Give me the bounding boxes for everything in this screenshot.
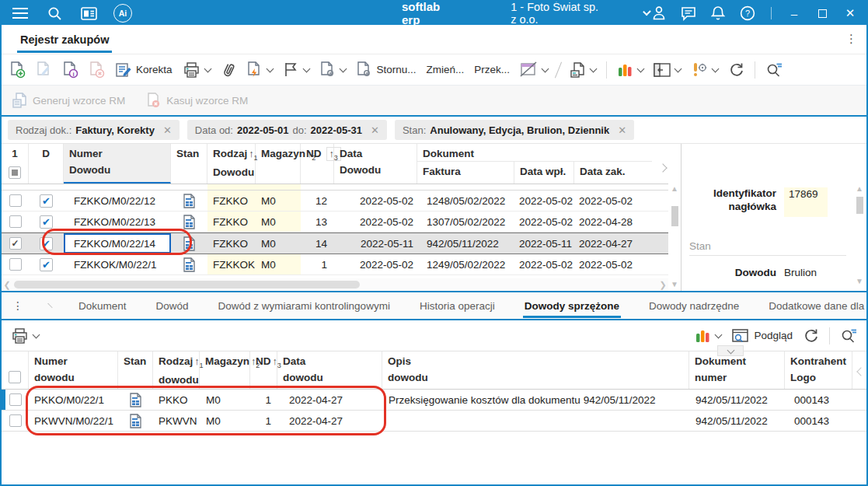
search-icon[interactable] (45, 4, 64, 23)
refresh-button[interactable] (803, 327, 819, 344)
vertical-scrollbar[interactable]: ▲ ▼ (668, 184, 681, 291)
scrollbar-thumb[interactable] (671, 206, 678, 226)
header-d-column[interactable]: D (29, 144, 64, 184)
document-actions-button[interactable] (246, 61, 273, 79)
header-dokument[interactable]: Dokument (417, 144, 652, 162)
scroll-down-icon[interactable]: ▼ (856, 277, 863, 288)
news-icon[interactable] (79, 4, 98, 23)
scroll-up-icon[interactable]: ▲ (856, 184, 863, 195)
attachments-button[interactable] (221, 61, 236, 79)
maximize-button[interactable] (814, 7, 831, 20)
delete-document-button[interactable] (89, 61, 105, 79)
edit-document-button[interactable] (36, 61, 52, 79)
tab-overflow-menu-icon[interactable]: ⋮ (845, 32, 857, 46)
header-data[interactable]: Datadowodu (277, 351, 382, 389)
side-panel-button[interactable] (654, 62, 681, 78)
header-data-wpl[interactable]: Data wpł. (514, 162, 574, 184)
settings-alerts-button[interactable] (691, 61, 718, 78)
row-checkbox[interactable] (9, 393, 22, 406)
print-button[interactable] (183, 61, 211, 79)
scroll-down-icon[interactable]: ▼ (671, 280, 678, 291)
scrollbar-thumb[interactable] (856, 197, 863, 214)
table-row[interactable]: FZKKO/M0/22/13 FZKKO M0 13 2022-05-02 13… (2, 212, 668, 233)
user-icon[interactable] (650, 4, 668, 23)
row-checkbox[interactable] (9, 215, 22, 228)
panel-vertical-scrollbar[interactable]: ▲ ▼ (854, 184, 865, 288)
ai-assistant-icon[interactable]: Ai (113, 4, 132, 23)
search-filter-button[interactable] (765, 61, 783, 78)
close-button[interactable]: ✕ (842, 6, 859, 20)
tab-dowody-sprzezone[interactable]: Dowody sprzężone (523, 294, 621, 318)
header-magazyn[interactable]: Magazyn2 (256, 144, 301, 184)
tab-rejestr-zakupow[interactable]: Rejestr zakupów (17, 26, 112, 53)
generuj-wzorce-button[interactable]: Generuj wzorce RM (11, 92, 125, 109)
collapse-panel-button[interactable] (717, 345, 744, 356)
row-checkbox[interactable] (9, 414, 22, 427)
table-row[interactable]: FZ/WW01/22/2 FZ WW01 2 2022-05-01 142/20… (2, 184, 668, 191)
przek-button[interactable]: Przek... (474, 64, 510, 75)
document-info-button[interactable]: i (62, 61, 78, 79)
table-row[interactable]: PKWVN/M0/22/1 PKWVN M0 1 2022-04-27 942/… (2, 411, 866, 432)
scrollbar-thumb[interactable] (14, 281, 360, 288)
korekta-button[interactable]: Korekta (115, 61, 173, 79)
table-row[interactable]: FZKKO/M0/22/12 FZKKO M0 12 2022-05-02 12… (2, 191, 668, 212)
chart-view-button[interactable] (695, 327, 721, 344)
header-nd[interactable]: ND3 (301, 144, 334, 184)
select-all-checkbox[interactable] (9, 371, 21, 383)
header-rodzaj[interactable]: Rodzaj1 Dowodu (207, 144, 256, 184)
podglad-button[interactable]: Podgląd (731, 328, 793, 344)
tab-dowod[interactable]: Dowód (155, 294, 190, 318)
send-disabled-button[interactable] (520, 61, 548, 78)
help-icon[interactable]: ? (738, 4, 757, 23)
header-stan[interactable]: Stan (171, 144, 207, 184)
header-stan[interactable]: Stan (118, 351, 153, 389)
tab-historia-operacji[interactable]: Historia operacji (418, 294, 497, 318)
header-select-column[interactable]: 1 (2, 144, 29, 184)
stornuj-button[interactable]: Stornu... (356, 61, 417, 79)
header-opis[interactable]: Opisdowodu (382, 351, 689, 389)
row-checkbox[interactable] (9, 258, 22, 271)
tab-menu-icon[interactable]: ⋮ (12, 299, 23, 312)
table-row[interactable]: FZKKOK/M0/22/1 FZKKOK M0 1 2022-05-02 12… (2, 254, 668, 275)
header-dokument-numer[interactable]: Dokumentnumer (689, 351, 785, 389)
header-nd[interactable]: ND3 (250, 351, 277, 389)
close-icon[interactable]: ✕ (163, 124, 172, 136)
filter-chip-rodzaj[interactable]: Rodzaj dok.: Faktury, Korekty ✕ (8, 120, 180, 140)
scroll-right-icon[interactable]: ❯ (657, 280, 668, 290)
d-checkbox[interactable] (40, 258, 53, 271)
document-settings-button[interactable] (319, 61, 346, 79)
header-numer[interactable]: Numerdowodu (29, 351, 118, 389)
bell-icon[interactable] (709, 4, 727, 23)
close-icon[interactable]: ✕ (618, 124, 626, 136)
tab-dokument[interactable]: Dokument (77, 294, 128, 318)
hamburger-menu-icon[interactable] (11, 4, 30, 23)
table-row-selected[interactable]: FZKKO/M0/22/14 FZKKO M0 14 2022-05-11 94… (2, 233, 668, 254)
new-document-button[interactable] (9, 61, 26, 79)
row-checkbox[interactable] (9, 237, 22, 250)
chat-icon[interactable] (679, 4, 698, 23)
company-selector[interactable]: 1 - Foto Świat sp. z o.o. (511, 1, 650, 26)
tab-dodatkowe-dane[interactable]: Dodatkowe dane dla J (767, 294, 868, 318)
header-rodzaj[interactable]: Rodzaj1 dowodu (153, 351, 200, 389)
scroll-left-icon[interactable]: ❮ (2, 280, 12, 290)
kasuj-wzorce-button[interactable]: Kasuj wzorce RM (145, 92, 248, 109)
print-button[interactable] (11, 327, 39, 344)
flag-button[interactable] (283, 61, 309, 78)
header-data-zak[interactable]: Data zak. (574, 162, 652, 184)
header-kontrahent[interactable]: KontrahentLogo (785, 351, 852, 389)
tab-dowody-nadrzedne[interactable]: Dowody nadrzędne (647, 294, 741, 318)
close-icon[interactable]: ✕ (371, 124, 379, 136)
filter-chip-data[interactable]: Data od: 2022-05-01 do: 2022-05-31 ✕ (187, 120, 387, 140)
horizontal-scrollbar[interactable]: ❮ ❯ (2, 278, 668, 291)
row-checkbox[interactable] (9, 194, 22, 207)
copy-document-button[interactable] (569, 61, 596, 79)
zmien-button[interactable]: Zmień... (427, 64, 465, 75)
chart-view-button[interactable] (617, 61, 643, 78)
header-magazyn[interactable]: Magazyn2 (200, 351, 250, 389)
header-data[interactable]: Data Dowodu (334, 144, 417, 184)
filter-chip-stan[interactable]: Stan: Anulowany, Edycja, Brulion, Dzienn… (395, 120, 634, 140)
d-checkbox[interactable] (40, 237, 53, 250)
chevron-right-icon[interactable] (658, 163, 667, 172)
minimize-button[interactable]: – (786, 7, 803, 20)
header-faktura[interactable]: Faktura (417, 162, 514, 184)
